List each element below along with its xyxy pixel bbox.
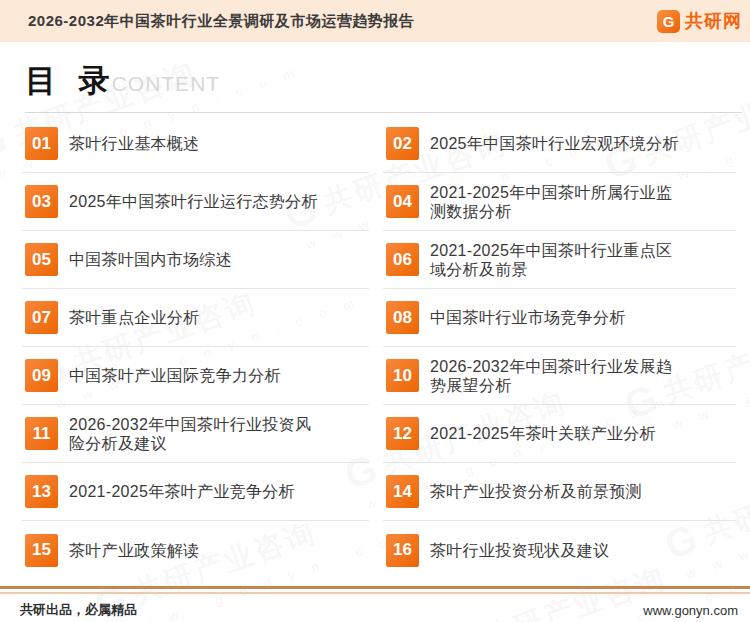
title-divider: [25, 112, 742, 113]
toc-item-number: 03: [25, 185, 58, 218]
toc-item-12: 12 2021-2025年茶叶关联产业分析: [383, 405, 736, 463]
page-title-en: CONTENT: [112, 72, 221, 96]
toc-item-04: 04 2021-2025年中国茶叶所属行业监 测数据分析: [383, 173, 736, 231]
toc-item-14: 14 茶叶产业投资分析及前景预测: [383, 463, 736, 521]
toc-item-label: 中国茶叶行业市场竞争分析: [430, 308, 626, 327]
watermark-g-icon: G: [0, 115, 16, 169]
toc-item-16: 16 茶叶行业投资现状及建议: [383, 521, 736, 579]
toc-item-number: 12: [386, 417, 419, 450]
footer-rule-dark: [0, 586, 750, 589]
toc-item-label: 茶叶重点企业分析: [69, 308, 199, 327]
toc-item-13: 13 2021-2025年茶叶产业竞争分析: [22, 463, 369, 521]
toc-item-number: 11: [25, 417, 58, 450]
toc-item-label: 2025年中国茶叶行业宏观环境分析: [430, 134, 679, 153]
toc-item-06: 06 2021-2025年中国茶叶行业重点区 域分析及前景: [383, 231, 736, 289]
toc-item-number: 06: [386, 243, 419, 276]
page-title: 目 录: [25, 60, 117, 102]
footer-url: www.gonyn.com: [643, 603, 738, 618]
report-title: 2026-2032年中国茶叶行业全景调研及市场运营趋势报告: [28, 12, 414, 31]
footer-slogan: 共研出品，必属精品: [20, 601, 137, 619]
toc-item-number: 08: [386, 301, 419, 334]
toc-item-number: 16: [386, 534, 419, 567]
toc-item-05: 05 中国茶叶国内市场综述: [22, 231, 369, 289]
toc-item-10: 10 2026-2032年中国茶叶行业发展趋 势展望分析: [383, 347, 736, 405]
brand-logo: G 共研网: [657, 9, 742, 33]
toc-item-label: 2021-2025年中国茶叶行业重点区 域分析及前景: [430, 241, 672, 279]
toc-item-01: 01 茶叶行业基本概述: [22, 115, 369, 173]
toc-item-02: 02 2025年中国茶叶行业宏观环境分析: [383, 115, 736, 173]
toc-item-number: 02: [386, 127, 419, 160]
toc-item-number: 14: [386, 475, 419, 508]
header: 2026-2032年中国茶叶行业全景调研及市场运营趋势报告 G 共研网: [0, 0, 750, 42]
toc-item-09: 09 中国茶叶产业国际竞争力分析: [22, 347, 369, 405]
toc-item-label: 2025年中国茶叶行业运行态势分析: [69, 192, 318, 211]
page-title-block: 目 录 CONTENT: [25, 60, 742, 102]
toc-item-label: 茶叶产业政策解读: [69, 541, 199, 560]
toc-item-number: 15: [25, 534, 58, 567]
toc-item-label: 茶叶行业基本概述: [69, 134, 199, 153]
brand-logo-text: 共研网: [685, 9, 742, 33]
toc-item-label: 茶叶产业投资分析及前景预测: [430, 482, 642, 501]
toc-item-label: 2021-2025年茶叶关联产业分析: [430, 424, 656, 443]
footer: 共研出品，必属精品 www.gonyn.com: [0, 598, 750, 622]
toc-item-label: 2021-2025年茶叶产业竞争分析: [69, 482, 295, 501]
toc-item-03: 03 2025年中国茶叶行业运行态势分析: [22, 173, 369, 231]
toc-item-11: 11 2026-2032年中国茶叶行业投资风 险分析及建议: [22, 405, 369, 463]
toc-item-15: 15 茶叶产业政策解读: [22, 521, 369, 579]
toc-item-label: 2021-2025年中国茶叶所属行业监 测数据分析: [430, 183, 672, 221]
toc-item-number: 05: [25, 243, 58, 276]
toc-item-label: 2026-2032年中国茶叶行业发展趋 势展望分析: [430, 357, 672, 395]
toc-item-number: 01: [25, 127, 58, 160]
report-toc-page: G共研产业咨询 w w w . g o n y n . c o m G共研产业咨…: [0, 0, 750, 622]
toc-item-label: 中国茶叶国内市场综述: [69, 250, 232, 269]
toc-item-number: 09: [25, 359, 58, 392]
toc-item-number: 04: [386, 185, 419, 218]
toc-item-number: 13: [25, 475, 58, 508]
brand-logo-g-icon: G: [657, 10, 680, 33]
toc-item-label: 茶叶行业投资现状及建议: [430, 541, 609, 560]
toc-column-right: 02 2025年中国茶叶行业宏观环境分析 04 2021-2025年中国茶叶所属…: [383, 115, 736, 579]
toc-item-number: 07: [25, 301, 58, 334]
toc-item-label: 2026-2032年中国茶叶行业投资风 险分析及建议: [69, 415, 311, 453]
toc-item-label: 中国茶叶产业国际竞争力分析: [69, 366, 281, 385]
toc-item-08: 08 中国茶叶行业市场竞争分析: [383, 289, 736, 347]
footer-rule-light: [0, 592, 750, 594]
toc-column-left: 01 茶叶行业基本概述 03 2025年中国茶叶行业运行态势分析 05 中国茶叶…: [22, 115, 369, 579]
toc-item-number: 10: [386, 359, 419, 392]
toc-item-07: 07 茶叶重点企业分析: [22, 289, 369, 347]
